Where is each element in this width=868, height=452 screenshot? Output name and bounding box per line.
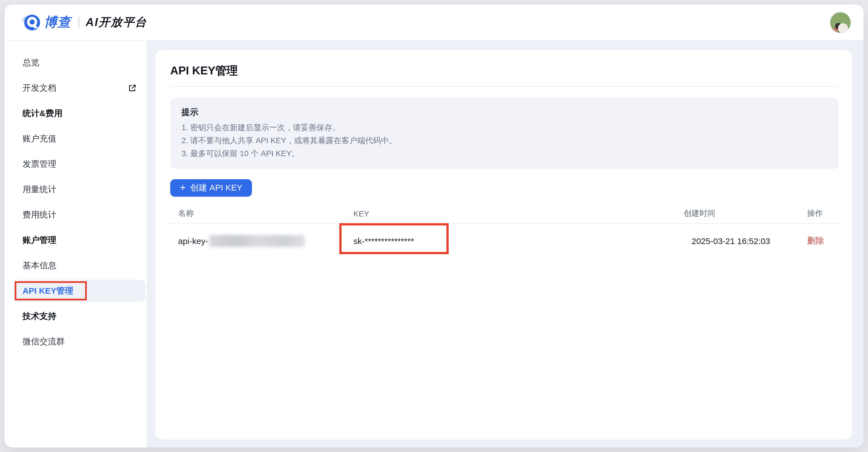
- page-title: API KEY管理: [170, 63, 839, 78]
- app-window: 博查 AI开放平台 总览开发文档统计&费用账户充值发票管理用量统计费用统计账户管…: [4, 4, 864, 448]
- sidebar-item-费用统计[interactable]: 费用统计: [13, 203, 146, 226]
- sidebar-item-text: 开发文档: [23, 83, 56, 93]
- column-header-创建时间: 创建时间: [684, 208, 807, 218]
- api-key-name-prefix: api-key-: [178, 236, 208, 246]
- sidebar-item-text: API KEY管理: [23, 286, 73, 296]
- main-card: API KEY管理 提示 1. 密钥只会在新建后显示一次，请妥善保存。2. 请不…: [156, 50, 852, 440]
- sidebar-section-label: 统计&费用: [13, 102, 146, 125]
- sidebar-item-text: 账户管理: [23, 235, 56, 246]
- redacted-name-blur: [209, 235, 305, 247]
- sidebar-item-text: 发票管理: [23, 159, 56, 169]
- user-avatar[interactable]: [830, 11, 851, 33]
- api-key-name-cell: api-key-: [178, 235, 353, 247]
- sidebar-item-text: 账户充值: [23, 133, 56, 144]
- create-api-key-label: 创建 API KEY: [190, 183, 242, 193]
- sidebar-item-text: 统计&费用: [23, 108, 63, 119]
- table-row: api-key-sk-***************2025-03-21 16:…: [170, 224, 839, 258]
- sidebar-item-text: 技术支持: [23, 311, 56, 322]
- sidebar-nav: 总览开发文档统计&费用账户充值发票管理用量统计费用统计账户管理基本信息API K…: [4, 51, 147, 353]
- table-body: api-key-sk-***************2025-03-21 16:…: [170, 224, 839, 258]
- table-header-row: 名称KEY创建时间操作: [170, 203, 839, 224]
- api-key-masked-cell: sk-***************: [353, 236, 684, 246]
- sidebar-item-text: 费用统计: [23, 209, 56, 220]
- column-header-操作: 操作: [807, 208, 839, 218]
- action-cell: 删除: [807, 235, 839, 246]
- brand-name: 博查: [44, 13, 71, 31]
- tip-line: 2. 请不要与他人共享 API KEY，或将其暴露在客户端代码中。: [182, 134, 828, 147]
- plus-icon: +: [180, 182, 186, 192]
- title-divider: [170, 86, 839, 87]
- created-time-cell: 2025-03-21 16:52:03: [684, 236, 807, 246]
- sidebar-item-总览[interactable]: 总览: [13, 51, 146, 74]
- tips-panel: 提示 1. 密钥只会在新建后显示一次，请妥善保存。2. 请不要与他人共享 API…: [170, 98, 839, 169]
- column-header-KEY: KEY: [353, 209, 684, 218]
- tips-lines: 1. 密钥只会在新建后显示一次，请妥善保存。2. 请不要与他人共享 API KE…: [182, 121, 828, 160]
- app-stage: 博查 AI开放平台 总览开发文档统计&费用账户充值发票管理用量统计费用统计账户管…: [0, 0, 868, 452]
- sidebar-item-text: 基本信息: [23, 260, 56, 271]
- brand[interactable]: 博查 AI开放平台: [19, 12, 147, 32]
- sidebar-item-微信交流群[interactable]: 微信交流群: [13, 330, 146, 353]
- external-link-icon: [128, 84, 136, 92]
- sidebar-item-发票管理[interactable]: 发票管理: [13, 153, 146, 175]
- bocha-logo-icon: [19, 12, 42, 32]
- sidebar-item-账户充值[interactable]: 账户充值: [13, 127, 146, 150]
- content-region: API KEY管理 提示 1. 密钥只会在新建后显示一次，请妥善保存。2. 请不…: [147, 40, 864, 448]
- sidebar-item-text: 微信交流群: [23, 336, 65, 347]
- sidebar-item-API KEY管理[interactable]: API KEY管理: [13, 280, 146, 302]
- sidebar-item-text: 用量统计: [23, 184, 56, 195]
- sidebar-item-基本信息[interactable]: 基本信息: [13, 254, 146, 277]
- tip-line: 3. 最多可以保留 10 个 API KEY。: [182, 147, 828, 160]
- brand-divider: [79, 17, 80, 28]
- create-api-key-button[interactable]: + 创建 API KEY: [170, 179, 252, 197]
- sidebar-item-用量统计[interactable]: 用量统计: [13, 178, 146, 201]
- delete-link[interactable]: 删除: [807, 235, 824, 245]
- sidebar: 总览开发文档统计&费用账户充值发票管理用量统计费用统计账户管理基本信息API K…: [4, 40, 147, 448]
- tips-title: 提示: [182, 106, 828, 118]
- app-body: 总览开发文档统计&费用账户充值发票管理用量统计费用统计账户管理基本信息API K…: [4, 40, 864, 448]
- column-header-名称: 名称: [178, 208, 353, 218]
- top-header: 博查 AI开放平台: [4, 4, 864, 40]
- product-name: AI开放平台: [86, 15, 147, 30]
- sidebar-item-开发文档[interactable]: 开发文档: [13, 77, 146, 99]
- sidebar-section-label: 账户管理: [13, 229, 146, 251]
- tip-line: 1. 密钥只会在新建后显示一次，请妥善保存。: [182, 121, 828, 134]
- sidebar-section-label: 技术支持: [13, 305, 146, 327]
- sidebar-item-text: 总览: [23, 57, 39, 68]
- api-key-table: 名称KEY创建时间操作 api-key-sk-***************20…: [170, 203, 839, 258]
